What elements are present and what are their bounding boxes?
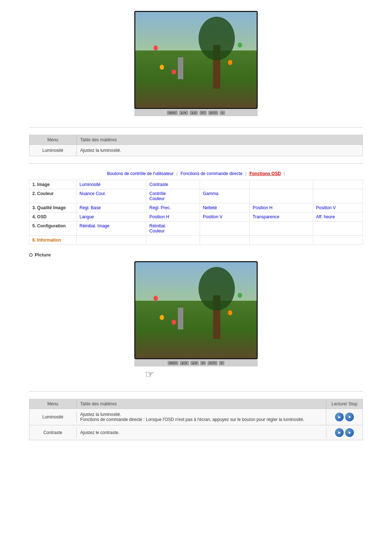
bottom-header-menu: Menu xyxy=(29,399,77,409)
monitor-controls-2: MENU ▲/▼ ▲/G ID AUTO G xyxy=(134,359,258,366)
osd-reinitial-image[interactable]: Réinitial. Image xyxy=(77,222,146,236)
osd-contraste[interactable]: Contraste xyxy=(146,180,200,189)
osd-empty-3 xyxy=(313,180,363,189)
power-btn-2[interactable]: G xyxy=(219,361,224,365)
auto-btn-2[interactable]: AUTO xyxy=(208,361,217,365)
osd-info-empty-5 xyxy=(313,236,363,245)
nav-tabs: Boutons de contrôle de l'utilisateur | F… xyxy=(29,171,363,176)
osd-info-empty-3 xyxy=(200,236,249,245)
header-contents-1: Table des matières xyxy=(77,135,363,145)
osd-empty-8 xyxy=(313,222,363,236)
stop-button-luminosite[interactable] xyxy=(345,413,354,421)
osd-luminosite[interactable]: Luminosité xyxy=(77,180,146,189)
pagoda-decoration xyxy=(178,57,183,79)
bottom-table-header: Menu Table des matières Lecture/ Stop xyxy=(29,399,363,409)
nav-sep-3: | xyxy=(284,171,285,176)
id-btn-2[interactable]: ID xyxy=(200,361,206,365)
osd-row-osd: 4. OSD Langue Position H Position V Tran… xyxy=(29,212,363,222)
picture-section: Picture xyxy=(29,252,363,380)
osd-empty-5 xyxy=(313,189,363,203)
osd-position-v-qualite[interactable]: Position V xyxy=(313,203,363,212)
tree-top xyxy=(199,17,235,60)
hand-cursor-icon: ☞ xyxy=(145,368,258,380)
row-content-luminosite-1: Ajustez la luminosité. xyxy=(77,145,363,156)
osd-row-information: 6. Information xyxy=(29,236,363,245)
monitor-screen-2 xyxy=(135,262,257,358)
divider-3 xyxy=(29,391,363,392)
stop-button-contraste[interactable] xyxy=(345,428,354,437)
brightness-btn-2[interactable]: ▲/▼ xyxy=(180,361,189,365)
luminosite-line1: Ajustez la luminosité. xyxy=(80,412,322,417)
menu-btn-1[interactable]: MENU xyxy=(167,111,177,115)
divider-2 xyxy=(29,163,363,164)
power-btn-1[interactable]: G xyxy=(220,111,225,115)
bottom-row-luminosite: Luminosité Ajustez la luminosité. Foncti… xyxy=(29,409,363,425)
osd-menu-information[interactable]: 6. Information xyxy=(29,236,77,245)
monitor-frame-2 xyxy=(134,261,258,359)
auto-btn-1[interactable]: AUTO xyxy=(208,111,218,115)
osd-position-h-osd[interactable]: Position H xyxy=(146,212,200,222)
osd-menu-qualite: 3. Qualité Image xyxy=(29,203,77,212)
luminosite-line2: Fonctions de commande directe : Lorsque … xyxy=(80,417,322,422)
nav-sep-1: | xyxy=(176,171,177,176)
osd-position-h-qualite[interactable]: Position H xyxy=(249,203,313,212)
osd-empty-4 xyxy=(249,189,313,203)
volume-btn-1[interactable]: ▲/G xyxy=(190,111,198,115)
osd-nuance[interactable]: Nuance Coul. xyxy=(77,189,146,203)
tab-direct-functions[interactable]: Fonctions de commande directe xyxy=(180,171,242,176)
bottom-header-ls: Lecture/ Stop xyxy=(326,399,363,409)
osd-table: 1. Image Luminosité Contraste 2. Couleur… xyxy=(29,180,363,245)
osd-empty-7 xyxy=(249,222,313,236)
picture-label: Picture xyxy=(29,252,363,258)
osd-transparence[interactable]: Transparence xyxy=(249,212,313,222)
bottom-ls-contraste xyxy=(326,425,363,440)
menu-btn-2[interactable]: MENU xyxy=(168,361,178,365)
osd-controle-couleur[interactable]: ContrôleCouleur xyxy=(146,189,200,203)
play-button-luminosite[interactable] xyxy=(335,413,344,421)
nav-sep-2: | xyxy=(245,171,246,176)
volume-btn-2[interactable]: ▲/G xyxy=(191,361,199,365)
osd-aff-heure[interactable]: Aff. heure xyxy=(313,212,363,222)
header-menu-1: Menu xyxy=(29,135,77,145)
monitor-section-1: MENU ▲/▼ ▲/G EIT AUTO G xyxy=(29,11,363,116)
monitor-1: MENU ▲/▼ ▲/G EIT AUTO G xyxy=(134,11,258,116)
bottom-menu-luminosite: Luminosité xyxy=(29,412,77,422)
table-header-1: Menu Table des matières xyxy=(29,135,363,145)
osd-regl-base[interactable]: Regl. Base xyxy=(77,203,146,212)
bottom-ls-luminosite xyxy=(326,410,363,424)
row-menu-luminosite-1: Luminosité xyxy=(29,145,77,156)
osd-row-couleur: 2. Couleur Nuance Coul. ContrôleCouleur … xyxy=(29,189,363,203)
tab-osd-functions[interactable]: Fonctions OSD xyxy=(249,171,281,176)
eit-btn-1[interactable]: EIT xyxy=(200,111,207,115)
osd-row-qualite: 3. Qualité Image Regl. Base Regl. Prec. … xyxy=(29,203,363,212)
bottom-menu-contraste: Contraste xyxy=(29,427,77,438)
osd-regl-prec[interactable]: Regl. Prec. xyxy=(146,203,200,212)
osd-menu-couleur: 2. Couleur xyxy=(29,189,77,203)
tree-top-2 xyxy=(199,267,235,311)
divider-1 xyxy=(29,127,363,127)
bottom-content-luminosite: Ajustez la luminosité. Fonctions de comm… xyxy=(77,409,326,425)
osd-nettete[interactable]: Netteté xyxy=(200,203,249,212)
pagoda-2 xyxy=(178,308,183,329)
monitor-frame-1 xyxy=(134,11,258,109)
ground-background-2 xyxy=(135,301,257,358)
osd-empty-2 xyxy=(249,180,313,189)
osd-row-image: 1. Image Luminosité Contraste xyxy=(29,180,363,189)
osd-row-config: 5. Configuration Réinitial. Image Réinit… xyxy=(29,222,363,236)
osd-empty-6 xyxy=(200,222,249,236)
lantern-orange xyxy=(160,65,164,70)
lantern-orange-3 xyxy=(160,315,164,320)
osd-position-v-osd[interactable]: Position V xyxy=(200,212,249,222)
picture-title: Picture xyxy=(35,252,51,258)
monitor-screen-1 xyxy=(135,12,257,108)
bottom-content-contraste: Ajustez le contraste. xyxy=(77,427,326,438)
osd-menu-image: 1. Image xyxy=(29,180,77,189)
bottom-header-contents: Table des matières xyxy=(77,399,326,409)
play-button-contraste[interactable] xyxy=(335,428,344,437)
osd-gamma[interactable]: Gamma xyxy=(200,189,249,203)
brightness-btn-1[interactable]: ▲/▼ xyxy=(179,111,188,115)
osd-empty-1 xyxy=(200,180,249,189)
osd-reinitial-couleur[interactable]: Réinitial.Couleur xyxy=(146,222,200,236)
osd-langue[interactable]: Langue xyxy=(77,212,146,222)
tab-user-controls[interactable]: Boutons de contrôle de l'utilisateur xyxy=(107,171,173,176)
